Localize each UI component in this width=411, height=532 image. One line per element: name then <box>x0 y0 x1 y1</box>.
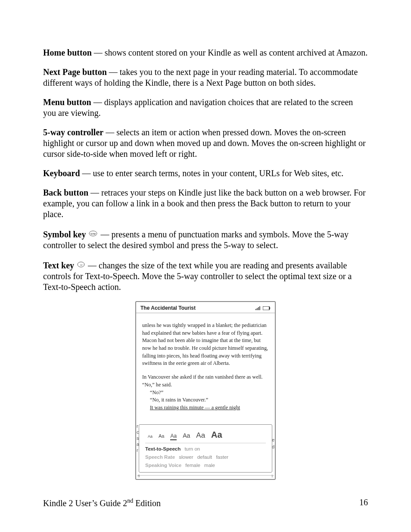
def-text: — retraces your steps on Kindle just lik… <box>43 188 366 219</box>
font-size-option-4[interactable]: Aa <box>183 432 190 439</box>
gutter-letter: s <box>137 435 139 441</box>
kindle-para-2a: In Vancouver she asked if the rain vanis… <box>142 373 269 389</box>
text-key-icon: AA <box>77 259 85 270</box>
kindle-screenshot: The Accidental Tourist unless he was tig… <box>135 301 276 480</box>
gutter-letter: c <box>137 429 139 435</box>
def-5way: 5-way controller — selects an item or ac… <box>43 127 368 159</box>
gutter-letter: d <box>272 444 274 450</box>
tts-row: Text-to-Speech turn on <box>145 443 266 451</box>
kindle-text-area: unless he was tightly wrapped in a blank… <box>136 313 275 425</box>
kindle-text-size-popup: r c s a r e d Aa Aa Aa Aa Aa Aa Text-to-… <box>139 424 272 473</box>
term: Menu button <box>43 97 91 107</box>
kindle-para-1: unless he was tightly wrapped in a blank… <box>142 322 269 367</box>
gutter-letter: a <box>137 441 139 447</box>
kindle-header: The Accidental Tourist <box>136 302 275 313</box>
voice-female[interactable]: female <box>185 463 200 468</box>
rate-faster[interactable]: faster <box>216 454 228 460</box>
font-size-option-1[interactable]: Aa <box>148 434 153 439</box>
gutter-letter: r <box>137 447 139 453</box>
footer-title: Kindle 2 User’s Guide 2nd Edition <box>43 498 161 508</box>
kindle-para-2d: It was raining this minute — a gentle ni… <box>142 404 269 412</box>
tts-label: Text-to-Speech <box>145 446 181 451</box>
def-keyboard: Keyboard — use to enter search terms, no… <box>43 168 368 179</box>
kindle-para-2c: “No, it rains in Vancouver.” <box>142 396 269 404</box>
term: Next Page button <box>43 67 107 77</box>
def-text: — changes the size of the text while you… <box>43 261 352 292</box>
gutter-right: e d <box>272 437 274 450</box>
term: Text key <box>43 261 74 270</box>
speaking-voice-row: Speaking Voice female male <box>145 460 266 468</box>
page-number: 16 <box>359 498 368 508</box>
def-text: — shows content stored on your Kindle as… <box>92 48 367 57</box>
def-text: — use to enter search terms, notes in yo… <box>80 168 344 178</box>
speech-rate-row: Speech Rate slower default faster <box>145 451 266 460</box>
term: Symbol key <box>43 230 86 239</box>
kindle-progress-bar: 8 1 <box>137 475 274 479</box>
kindle-status-icons <box>255 306 271 310</box>
gutter-left: r c s a r <box>137 423 139 453</box>
tts-turn-on[interactable]: turn on <box>184 446 200 451</box>
svg-rect-6 <box>269 307 270 309</box>
page-footer: Kindle 2 User’s Guide 2nd Edition 16 <box>43 498 368 508</box>
font-size-option-6[interactable]: Aa <box>211 430 222 440</box>
rate-slower[interactable]: slower <box>179 454 193 460</box>
font-size-option-5[interactable]: Aa <box>196 431 205 440</box>
rate-default[interactable]: default <box>197 454 212 460</box>
def-back: Back button — retraces your steps on Kin… <box>43 187 368 220</box>
term: Home button <box>43 48 92 57</box>
sym-key-icon: SYM <box>89 228 97 239</box>
kindle-para-2b: “No?” <box>142 389 269 397</box>
svg-rect-5 <box>263 306 269 310</box>
def-menu: Menu button — displays application and n… <box>43 97 368 118</box>
font-size-option-2[interactable]: Aa <box>159 433 164 439</box>
page-content: Home button — shows content stored on yo… <box>0 0 411 480</box>
kindle-book-title: The Accidental Tourist <box>140 305 196 311</box>
footer-text-a: Kindle 2 User’s Guide 2 <box>43 498 127 508</box>
term: 5-way controller <box>43 128 103 137</box>
voice-label: Speaking Voice <box>145 463 181 468</box>
def-symbol: Symbol key SYM — presents a menu of punc… <box>43 228 368 251</box>
gutter-letter: e <box>272 437 274 443</box>
font-size-row: Aa Aa Aa Aa Aa Aa <box>145 427 266 443</box>
font-size-option-3[interactable]: Aa <box>170 433 177 440</box>
def-home: Home button — shows content stored on yo… <box>43 47 368 58</box>
def-text-key: Text key AA — changes the size of the te… <box>43 259 368 292</box>
speech-rate-label: Speech Rate <box>145 454 175 460</box>
battery-icon <box>263 306 271 310</box>
term: Back button <box>43 188 88 197</box>
svg-text:SYM: SYM <box>91 233 96 235</box>
term: Keyboard <box>43 168 80 178</box>
def-next-page: Next Page button — takes you to the next… <box>43 67 368 88</box>
progress-end: 1 <box>271 474 274 478</box>
svg-text:A: A <box>82 264 84 266</box>
signal-icon <box>255 306 260 310</box>
gutter-letter: r <box>137 423 139 429</box>
progress-start: 8 <box>138 474 140 478</box>
footer-sup: nd <box>127 498 133 504</box>
voice-male[interactable]: male <box>204 463 215 468</box>
footer-text-b: Edition <box>133 498 161 508</box>
